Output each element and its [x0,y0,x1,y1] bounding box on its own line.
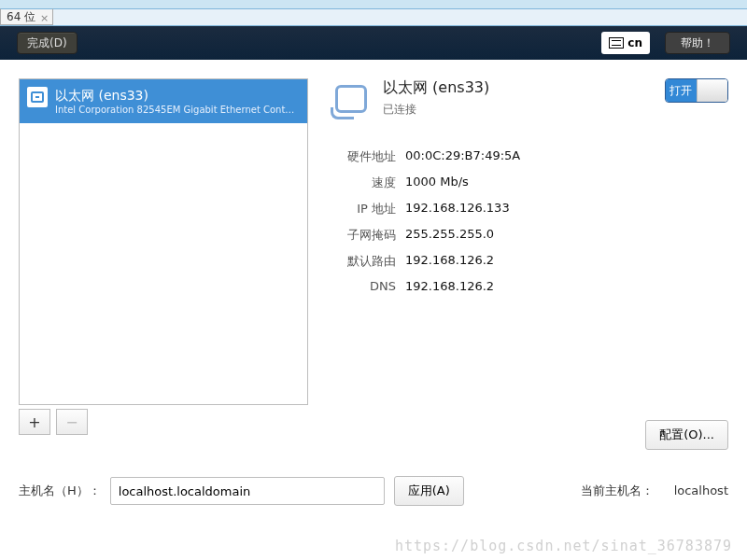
connection-item-title: 以太网 (ens33) [55,87,298,104]
prop-key: IP 地址 [331,201,396,217]
prop-value: 192.168.126.133 [405,201,510,217]
prop-key: 默认路由 [331,253,396,270]
window-tab-strip: 64 位 × [0,9,747,26]
hostname-input[interactable] [110,477,385,505]
prop-value: 255.255.255.0 [405,227,494,244]
ethernet-icon [27,87,48,107]
detail-title: 以太网 (ens33) [383,78,489,98]
header-bar: 完成(D) cn 帮助！ [0,26,747,60]
connection-list-item[interactable]: 以太网 (ens33) Intel Corporation 82545EM Gi… [20,79,307,123]
connection-detail-pane: 以太网 (ens33) 已连接 打开 硬件地址00:0C:29:B7:49:5A… [331,78,728,298]
hostname-row: 主机名（H）： 应用(A) 当前主机名： localhost [19,476,728,506]
help-button-label: 帮助！ [681,35,714,51]
prop-key: DNS [331,279,396,293]
detail-status: 已连接 [383,102,489,118]
close-icon[interactable]: × [40,10,49,26]
toggle-knob [697,79,728,102]
window-outer-chrome [0,0,747,9]
current-hostname-value: localhost [674,483,728,497]
configure-row: 配置(O)... [19,420,728,450]
connection-list-pane: 以太网 (ens33) Intel Corporation 82545EM Gi… [19,78,308,435]
toggle-on-label: 打开 [669,83,692,99]
hostname-label: 主机名（H）： [19,483,101,499]
current-hostname-label: 当前主机名： [581,483,654,497]
ime-indicator[interactable]: cn [601,32,650,54]
window-tab[interactable]: 64 位 × [0,8,53,25]
connection-list-empty [20,123,307,404]
prop-value: 00:0C:29:B7:49:5A [405,148,520,165]
apply-button-label: 应用(A) [408,483,450,497]
prop-value: 192.168.126.2 [405,253,494,270]
configure-button-label: 配置(O)... [659,427,714,441]
prop-value: 192.168.126.2 [405,279,494,293]
done-button[interactable]: 完成(D) [17,32,78,54]
watermark-text: https://blog.csdn.net/sinat_36783879 [395,538,732,554]
configure-button[interactable]: 配置(O)... [645,420,728,450]
prop-key: 子网掩码 [331,227,396,244]
ime-label: cn [627,36,642,49]
ethernet-icon [331,78,372,119]
connection-toggle[interactable]: 打开 [665,78,728,103]
connection-list[interactable]: 以太网 (ens33) Intel Corporation 82545EM Gi… [19,78,308,405]
keyboard-icon [609,37,624,49]
prop-key: 硬件地址 [331,148,396,165]
window-tab-label: 64 位 [7,10,35,23]
apply-button[interactable]: 应用(A) [394,476,464,506]
prop-value: 1000 Mb/s [405,175,469,191]
prop-key: 速度 [331,175,396,191]
detail-properties: 硬件地址00:0C:29:B7:49:5A 速度1000 Mb/s IP 地址1… [331,144,728,298]
help-button[interactable]: 帮助！ [665,32,730,54]
done-button-label: 完成(D) [27,35,67,51]
connection-item-subtitle: Intel Corporation 82545EM Gigabit Ethern… [55,104,298,116]
